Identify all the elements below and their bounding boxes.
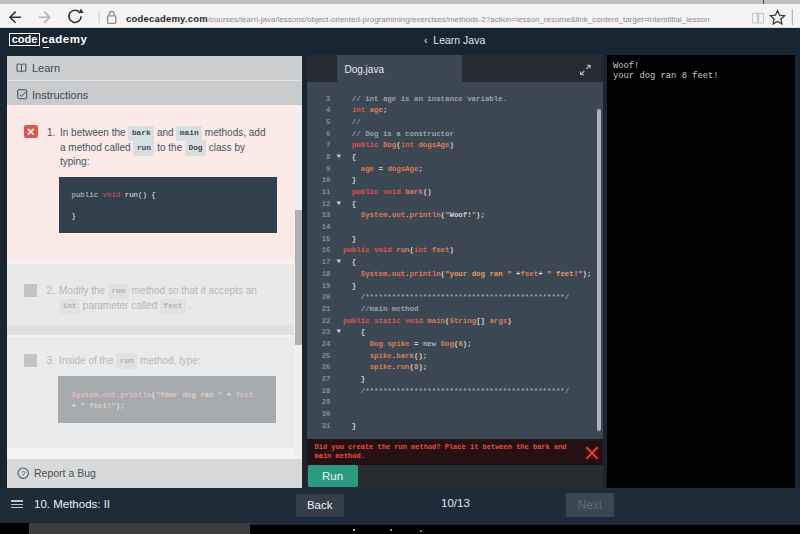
svg-text:?: ? [20, 469, 25, 478]
